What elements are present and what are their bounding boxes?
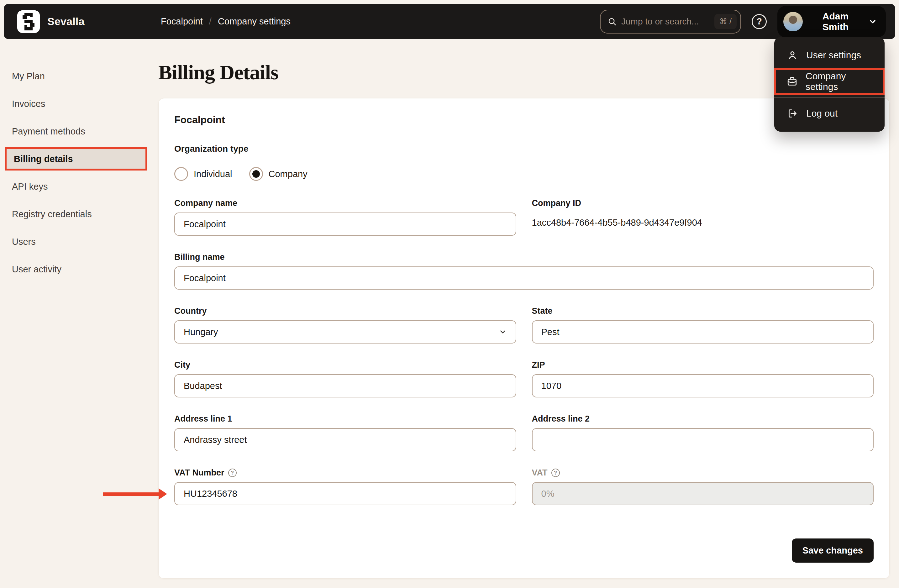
breadcrumb-page: Company settings [218, 16, 290, 27]
save-changes-button[interactable]: Save changes [792, 539, 874, 563]
billing-name-input[interactable] [174, 266, 874, 290]
menu-item-label: Company settings [806, 71, 872, 92]
zip-label: ZIP [532, 360, 874, 370]
sidebar-item-user-activity[interactable]: User activity [0, 255, 158, 283]
radio-company[interactable]: Company [249, 167, 307, 181]
organization-type-group: Individual Company [174, 167, 874, 181]
field-state: State [532, 306, 874, 344]
state-input[interactable] [532, 320, 874, 344]
country-select[interactable]: Hungary [174, 320, 516, 344]
state-label: State [532, 306, 874, 316]
sevalla-logo-icon [17, 10, 40, 33]
field-vat: VAT ? [532, 468, 874, 505]
search-input[interactable] [621, 17, 710, 27]
logout-icon [787, 108, 798, 119]
help-icon[interactable]: ? [551, 469, 560, 477]
sidebar-item-payment-methods[interactable]: Payment methods [0, 117, 158, 145]
sidebar-item-api-keys[interactable]: API keys [0, 173, 158, 200]
field-country: Country Hungary [174, 306, 516, 344]
briefcase-icon [787, 76, 797, 87]
sidebar-item-billing-details[interactable]: Billing details [5, 147, 147, 170]
search-shortcut-badge: ⌘ / [714, 14, 737, 29]
field-billing-name: Billing name [174, 252, 874, 290]
country-label: Country [174, 306, 516, 316]
help-icon[interactable]: ? [228, 469, 237, 477]
sidebar-item-registry-credentials[interactable]: Registry credentials [0, 200, 158, 228]
chevron-down-icon [868, 17, 877, 26]
radio-individual-circle[interactable] [174, 167, 188, 181]
field-company-id: Company ID 1acc48b4-7664-4b55-b489-9d434… [532, 198, 874, 236]
sidebar-item-invoices[interactable]: Invoices [0, 90, 158, 117]
sidebar-item-users[interactable]: Users [0, 228, 158, 255]
country-value: Hungary [184, 327, 218, 337]
breadcrumb-project[interactable]: Focalpoint [161, 16, 203, 27]
chevron-down-icon [499, 328, 507, 336]
radio-individual-label: Individual [194, 169, 232, 179]
menu-item-label: User settings [806, 50, 861, 60]
user-name: Adam Smith [810, 11, 861, 32]
radio-individual[interactable]: Individual [174, 167, 232, 181]
vat-number-label: VAT Number ? [174, 468, 516, 478]
user-dropdown-menu: User settings Company settings Log out [774, 37, 885, 132]
zip-input[interactable] [532, 374, 874, 397]
billing-details-card: Focalpoint Organization type Individual … [158, 98, 890, 579]
vat-number-label-text: VAT Number [174, 468, 224, 478]
sidebar-item-my-plan[interactable]: My Plan [0, 62, 158, 90]
search-icon [607, 17, 617, 26]
brand-name: Sevalla [47, 15, 85, 28]
company-name-label: Company name [174, 198, 516, 208]
billing-name-label: Billing name [174, 252, 874, 262]
brand[interactable]: Sevalla [17, 10, 85, 33]
vat-label-text: VAT [532, 468, 548, 478]
topbar: Sevalla Focalpoint / Company settings ⌘ … [4, 4, 895, 39]
user-icon [787, 50, 798, 60]
menu-item-label: Log out [806, 108, 837, 119]
radio-company-label: Company [269, 169, 307, 179]
address-line-1-label: Address line 1 [174, 414, 516, 424]
field-zip: ZIP [532, 360, 874, 397]
settings-sidebar: My Plan Invoices Payment methods Billing… [0, 39, 158, 283]
company-id-value: 1acc48b4-7664-4b55-b489-9d4347e9f904 [532, 218, 874, 228]
radio-company-circle[interactable] [249, 167, 263, 181]
vat-input [532, 482, 874, 505]
field-address-line-2: Address line 2 [532, 414, 874, 451]
field-company-name: Company name [174, 198, 516, 236]
menu-item-company-settings[interactable]: Company settings [774, 68, 885, 95]
city-input[interactable] [174, 374, 516, 397]
help-icon[interactable]: ? [752, 14, 767, 29]
menu-item-user-settings[interactable]: User settings [774, 42, 885, 68]
address-line-1-input[interactable] [174, 428, 516, 451]
city-label: City [174, 360, 516, 370]
avatar [783, 12, 803, 31]
vat-number-input[interactable] [174, 482, 516, 505]
menu-item-log-out[interactable]: Log out [774, 100, 885, 127]
annotation-arrow [103, 492, 159, 496]
company-title: Focalpoint [174, 114, 874, 126]
company-name-input[interactable] [174, 213, 516, 236]
annotation-arrow-head [159, 488, 167, 500]
sevalla-logo-glyph [22, 13, 35, 31]
breadcrumb: Focalpoint / Company settings [161, 4, 290, 39]
field-vat-number: VAT Number ? [174, 468, 516, 505]
breadcrumb-separator: / [209, 16, 212, 27]
search-box[interactable]: ⌘ / [600, 10, 741, 34]
user-menu-button[interactable]: Adam Smith [777, 6, 886, 37]
field-city: City [174, 360, 516, 397]
address-line-2-label: Address line 2 [532, 414, 874, 424]
vat-label: VAT ? [532, 468, 874, 478]
address-line-2-input[interactable] [532, 428, 874, 451]
organization-type-label: Organization type [174, 144, 874, 154]
field-address-line-1: Address line 1 [174, 414, 516, 451]
company-id-label: Company ID [532, 198, 874, 208]
menu-divider [774, 97, 885, 98]
